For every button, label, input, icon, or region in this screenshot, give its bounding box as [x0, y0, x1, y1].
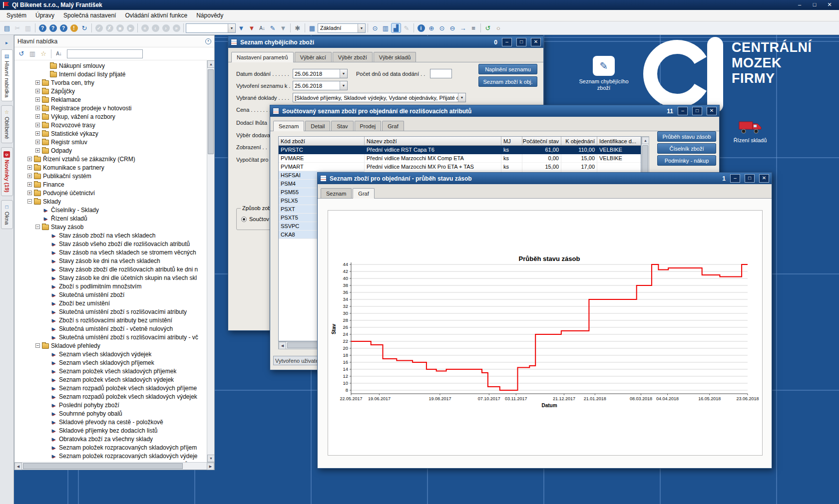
tree-item[interactable]: ▶Zboží bez umístění: [14, 299, 214, 307]
prev-record-icon[interactable]: ‹: [150, 23, 160, 33]
expand-icon[interactable]: +: [35, 131, 40, 136]
tree-item[interactable]: ▶Seznam položek rozpracovaných skladovýc…: [14, 452, 214, 460]
chevron-down-icon[interactable]: ▼: [340, 81, 347, 90]
prubeh-stavu-zasob-button[interactable]: Průběh stavu zásob: [657, 131, 716, 142]
web-view-icon[interactable]: ⊙: [370, 23, 380, 33]
tree-item[interactable]: ▶Stav zásob všeho zboží dle rozlišovacíc…: [14, 240, 214, 248]
vytvoreni-seznamu-combo[interactable]: 25.06.2018 ▼: [293, 81, 348, 90]
first-record-icon[interactable]: «: [140, 23, 150, 33]
column-header[interactable]: Identifikace d...: [597, 137, 641, 146]
detail-icon[interactable]: ▸: [125, 23, 135, 33]
menu-item-0[interactable]: Systém: [2, 10, 31, 20]
tree-item[interactable]: ▶Seznam všech skladových příjemek: [14, 358, 214, 367]
podminky-nakup-button[interactable]: Podmínky - nákup: [657, 155, 716, 166]
sync-icon[interactable]: ↺: [483, 23, 493, 33]
collapse-icon[interactable]: −: [27, 199, 32, 204]
column-header[interactable]: K objednání: [561, 137, 597, 146]
souctovany-radio[interactable]: Součtov: [241, 216, 269, 222]
menu-item-1[interactable]: Úpravy: [31, 10, 59, 20]
scroll-down-icon[interactable]: ▼: [207, 455, 214, 462]
expand-icon[interactable]: +: [35, 140, 40, 144]
tree-item[interactable]: +Finance: [14, 180, 214, 189]
minimize-button[interactable]: –: [678, 107, 688, 115]
tree-item[interactable]: ▶Stavy zásob zboží dle rozlišovacích atr…: [14, 265, 214, 273]
side-tab-novinky[interactable]: QI Novinky (19): [1, 147, 13, 196]
edit-view-icon[interactable]: ✎: [402, 23, 412, 33]
tree-item[interactable]: +Rozvozové trasy: [14, 121, 214, 129]
column-header[interactable]: Kód zboží: [279, 137, 365, 146]
app-minimize-button[interactable]: –: [793, 1, 806, 9]
seznam-zbozi-k-obj-button[interactable]: Seznam zboží k obj.: [478, 76, 537, 87]
scrollbar-thumb[interactable]: [23, 463, 183, 469]
quick-search-combo[interactable]: ▼: [186, 23, 236, 33]
export-icon[interactable]: →: [458, 23, 468, 33]
tree-item[interactable]: +Odpady: [14, 146, 214, 155]
tree-item[interactable]: ▶Řízení skladů: [14, 214, 214, 223]
tree-item[interactable]: −Stavy zásob: [14, 223, 214, 231]
view-grid-icon[interactable]: ▦: [307, 23, 317, 33]
naplneni-seznamu-button[interactable]: Naplnění seznamu: [478, 64, 537, 74]
accept-icon[interactable]: ✓: [94, 23, 104, 33]
window1-tab-2[interactable]: Výběr zboží: [333, 52, 373, 62]
expand-icon[interactable]: +: [35, 97, 40, 102]
column-header[interactable]: MJ: [501, 137, 522, 146]
tree-item[interactable]: +Komunikace s partnery: [14, 163, 214, 172]
tree-item[interactable]: ▶Číselníky - Sklady: [14, 206, 214, 214]
stop-icon[interactable]: ■: [115, 23, 125, 33]
window3-tab-1[interactable]: Graf: [353, 188, 374, 199]
tree-item[interactable]: +Registr smluv: [14, 138, 214, 146]
news-bell-icon[interactable]: !: [69, 23, 79, 33]
expand-icon[interactable]: +: [35, 148, 40, 153]
app-close-button[interactable]: ✕: [823, 1, 836, 9]
panel-icon[interactable]: ▥: [27, 49, 37, 59]
pocet-dnu-input[interactable]: [430, 69, 452, 78]
window1-titlebar[interactable]: Seznam chybějícího zboží 0 – □ ✕: [228, 36, 543, 48]
ciselnik-zbozi-button[interactable]: Číselník zboží: [657, 143, 716, 154]
minimize-button[interactable]: –: [502, 38, 512, 46]
scroll-up-icon[interactable]: ▲: [207, 60, 214, 68]
scroll-left-icon[interactable]: ◀: [279, 342, 286, 349]
filter-edit-icon[interactable]: ✎: [268, 23, 278, 33]
zoom-reset-icon[interactable]: ⊙: [437, 23, 447, 33]
tree-item[interactable]: +Reklamace: [14, 95, 214, 104]
expand-icon[interactable]: +: [35, 114, 40, 119]
help-icon[interactable]: ?: [37, 23, 47, 33]
maximize-button[interactable]: □: [516, 38, 526, 46]
tree-horizontal-scrollbar[interactable]: ◀ ▶: [14, 462, 214, 470]
tree-item[interactable]: ▶Skladové příjemky bez dodacích listů: [14, 426, 214, 435]
tree-item[interactable]: +Řízení vztahů se zákazníky (CRM): [14, 155, 214, 163]
menu-item-3[interactable]: Ovládání aktivní funkce: [120, 10, 192, 20]
shortcut-seznam-chybejiciho-zbozi[interactable]: ✎ Seznam chybějícího zboží: [576, 56, 632, 91]
filter-icon[interactable]: ▼: [236, 23, 246, 33]
zoom-out-icon[interactable]: ⊖: [447, 23, 457, 33]
column-header[interactable]: Název zboží: [365, 137, 501, 146]
window2-tab-0[interactable]: Seznam: [273, 121, 304, 131]
scroll-right-icon[interactable]: ▶: [207, 463, 214, 470]
tree-item[interactable]: ▶Zboží s rozlišovacími atributy bez umís…: [14, 316, 214, 324]
scroll-up-icon[interactable]: ▲: [642, 137, 649, 144]
tree-vertical-scrollbar[interactable]: ▲ ▼: [207, 60, 214, 462]
datum-dodani-combo[interactable]: 25.06.2018 ▼: [293, 69, 348, 78]
expand-icon[interactable]: +: [27, 182, 32, 187]
tree-item[interactable]: −Skladové přehledy: [14, 341, 214, 350]
tree-item[interactable]: ▶Poslední pohyby zboží: [14, 401, 214, 409]
cancel-icon[interactable]: ✗: [104, 23, 114, 33]
tree-item[interactable]: +Statistické výkazy: [14, 129, 214, 138]
menu-item-4[interactable]: Nápovědy: [192, 10, 228, 20]
tree-item[interactable]: ▶Zboží s podlimitním množstvím: [14, 282, 214, 290]
tree-item[interactable]: ▶Seznam rozpadů položek všech skladových…: [14, 392, 214, 401]
collapse-arrow-icon[interactable]: ▸: [5, 40, 8, 45]
tree-item[interactable]: ▶Stavy zásob ke dni na všech skladech: [14, 256, 214, 265]
window2-titlebar[interactable]: Součtovaný seznam zboží pro objednání dl…: [270, 105, 719, 117]
side-tab-okna[interactable]: □ Okna: [1, 200, 13, 229]
app-maximize-button[interactable]: □: [808, 1, 821, 9]
window3-titlebar[interactable]: Seznam zboží pro objednání - průběh stav…: [318, 173, 772, 184]
tree-item[interactable]: Interní dodací listy přijaté: [14, 70, 214, 78]
print-icon[interactable]: ≡: [468, 23, 478, 33]
window2-tab-2[interactable]: Stav: [331, 121, 353, 131]
chart-view-icon[interactable]: ▟: [391, 23, 401, 33]
expand-icon[interactable]: +: [35, 80, 40, 85]
window2-tab-4[interactable]: Graf: [382, 121, 404, 131]
maximize-button[interactable]: □: [745, 174, 755, 183]
tree-item[interactable]: ▶Skladové převody na cestě - položkově: [14, 418, 214, 426]
